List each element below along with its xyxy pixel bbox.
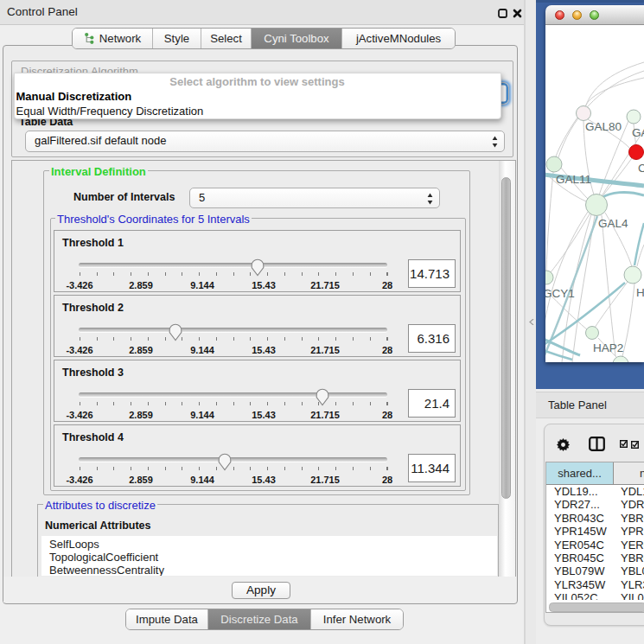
svg-text:GA: GA <box>632 126 644 139</box>
svg-text:HAP2: HAP2 <box>593 341 623 354</box>
svg-text:C: C <box>638 162 644 175</box>
svg-text:GAL11: GAL11 <box>556 173 591 186</box>
svg-text:GAL80: GAL80 <box>585 120 622 133</box>
svg-text:GAL4: GAL4 <box>598 217 628 230</box>
svg-text:GCY1: GCY1 <box>545 287 575 300</box>
svg-text:HS: HS <box>636 286 644 299</box>
